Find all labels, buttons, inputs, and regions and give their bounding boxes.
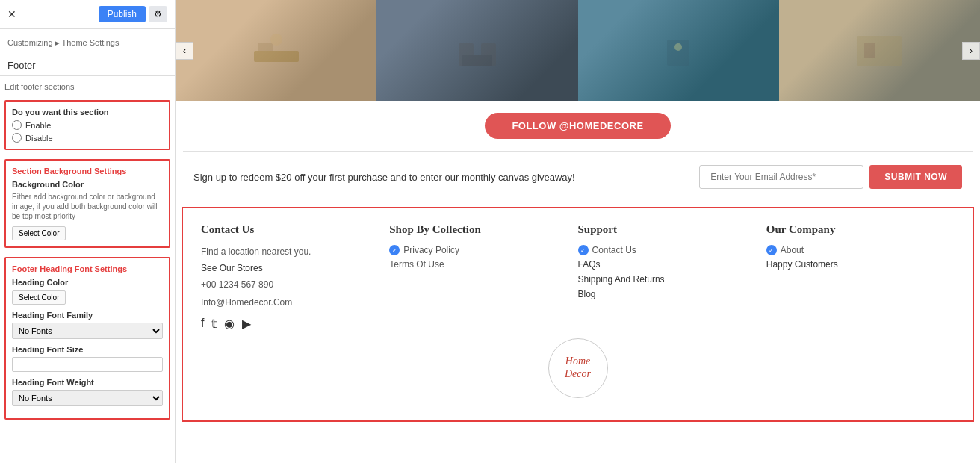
footer-panel-label: Footer (0, 55, 175, 76)
gallery-item-1 (176, 0, 376, 101)
contact-us-title: Contact Us (201, 223, 389, 236)
about-dot: ✓ (766, 245, 777, 255)
svg-rect-0 (254, 51, 299, 62)
footer-col-shop: Shop By Collection ✓ Privacy Policy Term… (389, 223, 577, 331)
heading-font-size-label: Heading Font Size (12, 345, 163, 354)
heading-select-color-button[interactable]: Select Color (12, 290, 66, 305)
top-bar-actions: Publish ⚙ (99, 6, 167, 22)
svg-rect-1 (258, 43, 273, 51)
top-bar: ✕ Publish ⚙ (0, 0, 175, 29)
shop-collection-title: Shop By Collection (389, 223, 577, 236)
footer-logo-center: Home Decor (201, 331, 955, 405)
bg-settings-section: Section Background Settings Background C… (4, 159, 170, 248)
main-content: ‹ (176, 0, 980, 463)
enable-radio[interactable]: Enable (12, 120, 163, 130)
follow-bar: FOLLOW @HOMEDECORE (176, 101, 980, 151)
gallery-image-4 (779, 0, 980, 101)
gallery-item-3 (578, 0, 779, 101)
enable-radio-input[interactable] (12, 120, 22, 130)
heading-font-size-input[interactable] (12, 357, 163, 372)
heading-font-weight-label: Heading Font Weight (12, 378, 163, 387)
facebook-icon[interactable]: f (201, 317, 204, 331)
section-question: Do you want this section (12, 108, 163, 116)
footer-col-support: Support ✓ Contact Us FAQs Shipping And R… (578, 223, 766, 331)
edit-section-label: Edit footer sections (0, 76, 175, 96)
top-bar-left: ✕ (7, 8, 16, 20)
logo-circle: Home Decor (548, 338, 608, 398)
left-panel: ✕ Publish ⚙ Customizing ▸ Theme Settings… (0, 0, 176, 463)
youtube-icon[interactable]: ▶ (242, 317, 251, 331)
shipping-returns-link[interactable]: Shipping And Returns (578, 274, 766, 285)
happy-customers-link[interactable]: Happy Customers (766, 259, 955, 270)
support-contact-link[interactable]: ✓ Contact Us (578, 245, 766, 255)
social-icons: f 𝕥 ◉ ▶ (201, 317, 389, 331)
heading-font-family-select[interactable]: No Fonts (12, 323, 163, 339)
privacy-policy-link[interactable]: ✓ Privacy Policy (389, 245, 577, 255)
privacy-blue-dot: ✓ (389, 245, 400, 255)
bg-settings-title: Section Background Settings (12, 167, 163, 175)
select-color-button[interactable]: Select Color (12, 226, 66, 240)
gallery-nav-right[interactable]: › (962, 42, 980, 60)
breadcrumb: Customizing ▸ Theme Settings (7, 38, 119, 47)
heading-settings-section: Footer Heading Font Settings Heading Col… (4, 257, 170, 420)
footer-columns: Contact Us Find a location nearest you. … (201, 223, 955, 331)
gallery-row: ‹ (176, 0, 980, 101)
close-icon[interactable]: ✕ (7, 8, 16, 20)
email-input[interactable] (699, 165, 863, 189)
signup-text: Sign up to redeem $20 off your first pur… (193, 172, 690, 183)
heading-font-weight-select[interactable]: No Fonts (12, 390, 163, 406)
gear-button[interactable]: ⚙ (149, 6, 167, 22)
heading-font-size-group: Heading Font Size (12, 345, 163, 372)
footer-col-company: Our Company ✓ About Happy Customers (766, 223, 955, 331)
contact-email: Info@Homedecor.Com (201, 296, 389, 309)
terms-of-use-link[interactable]: Terms Of Use (389, 259, 577, 270)
contact-phone: +00 1234 567 890 (201, 278, 389, 291)
svg-point-7 (674, 43, 682, 51)
logo-line1: Home (565, 355, 590, 368)
gallery-image-2 (376, 0, 577, 101)
bg-color-desc: Either add background color or backgroun… (12, 192, 163, 221)
signup-bar: Sign up to redeem $20 off your first pur… (176, 152, 980, 202)
faqs-link[interactable]: FAQs (578, 259, 766, 270)
contact-find-location: Find a location nearest you. (201, 245, 389, 258)
heading-color-group: Heading Color Select Color (12, 278, 163, 305)
gallery-image-1 (176, 0, 376, 101)
submit-button[interactable]: SUBMIT NOW (869, 165, 962, 189)
gallery-nav-left[interactable]: ‹ (176, 42, 193, 60)
footer-main: Contact Us Find a location nearest you. … (182, 207, 974, 422)
support-title: Support (578, 223, 766, 236)
our-company-title: Our Company (766, 223, 955, 236)
heading-font-family-label: Heading Font Family (12, 311, 163, 320)
heading-settings-title: Footer Heading Font Settings (12, 264, 163, 273)
blog-link[interactable]: Blog (578, 289, 766, 299)
gallery-item-2 (376, 0, 577, 101)
follow-button[interactable]: FOLLOW @HOMEDECORE (485, 113, 670, 139)
twitter-icon[interactable]: 𝕥 (211, 317, 217, 331)
breadcrumb-section: Customizing ▸ Theme Settings (0, 29, 175, 55)
see-our-stores-link[interactable]: See Our Stores (201, 263, 389, 273)
enable-disable-section: Do you want this section Enable Disable (4, 100, 170, 150)
disable-radio-input[interactable] (12, 133, 22, 143)
support-contact-dot: ✓ (578, 245, 589, 255)
radio-group: Enable Disable (12, 120, 163, 143)
svg-rect-9 (864, 43, 875, 58)
gallery-item-4 (779, 0, 980, 101)
bg-color-label: Background Color (12, 180, 163, 189)
signup-right: SUBMIT NOW (699, 165, 962, 189)
heading-color-label: Heading Color (12, 278, 163, 287)
footer-col-contact: Contact Us Find a location nearest you. … (201, 223, 389, 331)
heading-font-weight-group: Heading Font Weight No Fonts (12, 378, 163, 406)
publish-button[interactable]: Publish (99, 6, 146, 22)
disable-radio[interactable]: Disable (12, 133, 163, 143)
svg-rect-5 (462, 55, 492, 66)
logo-line2: Decor (565, 368, 591, 381)
gallery-image-3 (578, 0, 779, 101)
svg-point-2 (270, 34, 282, 46)
svg-rect-8 (857, 36, 902, 66)
instagram-icon[interactable]: ◉ (224, 317, 235, 331)
heading-font-family-group: Heading Font Family No Fonts (12, 311, 163, 339)
about-link[interactable]: ✓ About (766, 245, 955, 255)
